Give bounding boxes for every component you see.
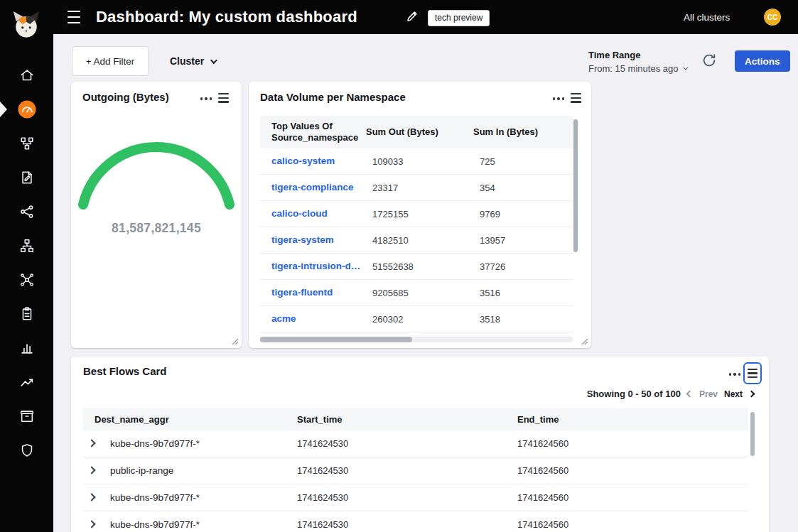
start-time: 1741624530 [297, 438, 348, 449]
expand-chevron-icon[interactable] [87, 439, 95, 447]
table-row: tigera-fluentd 9205685 3516 [260, 280, 573, 306]
gauge-arc [83, 147, 230, 205]
resize-handle-icon[interactable] [232, 338, 239, 345]
namespace-link[interactable]: tigera-compliance [271, 182, 354, 192]
table-row[interactable]: public-ip-range 1741624530 1741624560 [83, 457, 748, 484]
gauge-value: 81,587,821,145 [71, 221, 242, 236]
time-range-selector[interactable]: From: 15 minutes ago [588, 63, 686, 74]
card-title: Best Flows Card [83, 365, 167, 377]
sum-in-value: 37726 [480, 261, 505, 272]
dest-name: kube-dns-9b7d977f-* [110, 438, 200, 449]
compliance-icon [19, 306, 35, 322]
sidebar-item-policies[interactable] [0, 161, 53, 195]
sum-in-value: 13957 [480, 235, 505, 246]
home-icon [19, 67, 35, 83]
clusters-icon [19, 272, 35, 288]
tech-preview-badge: tech preview [428, 10, 490, 26]
start-time: 1741624530 [297, 465, 348, 476]
horizontal-scrollbar[interactable] [260, 337, 573, 342]
sum-in-value: 3518 [480, 314, 500, 325]
end-time: 1741624560 [517, 519, 568, 530]
sidebar-item-nodes[interactable] [0, 195, 53, 229]
table-row[interactable]: kube-dns-9b7d977f-* 1741624530 174162456… [83, 511, 748, 532]
menu-icon[interactable] [68, 11, 82, 23]
nodes-icon [19, 204, 35, 219]
refresh-button[interactable] [701, 53, 718, 70]
archive-icon [19, 408, 35, 424]
prev-button[interactable]: Prev [699, 389, 718, 399]
chevron-right-icon[interactable] [749, 391, 755, 397]
card-menu-icon[interactable] [729, 371, 740, 378]
calico-logo[interactable] [11, 9, 41, 44]
sum-in-value: 9769 [480, 209, 500, 219]
top-header: Dashboard: My custom dashboard tech prev… [53, 0, 798, 34]
column-header: Start_time [297, 408, 343, 430]
actions-button[interactable]: Actions [735, 50, 790, 72]
sidebar-item-logs[interactable] [0, 331, 53, 365]
sum-in-value: 725 [480, 156, 495, 167]
sidebar-item-compliance[interactable] [0, 297, 53, 331]
vertical-scrollbar[interactable] [750, 412, 755, 456]
dest-name: public-ip-range [110, 465, 173, 476]
sidebar-item-dashboards[interactable] [0, 92, 53, 126]
end-time: 1741624560 [517, 438, 568, 449]
scrollbar-thumb[interactable] [260, 337, 412, 342]
namespace-link[interactable]: calico-cloud [271, 208, 328, 219]
sidebar-item-clusters[interactable] [0, 263, 53, 297]
namespace-link[interactable]: acme [271, 313, 296, 324]
start-time: 1741624530 [297, 519, 348, 530]
shield-icon [19, 443, 35, 458]
app-window: Dashboard: My custom dashboard tech prev… [0, 0, 798, 532]
column-header: Sum In (Bytes) [473, 126, 538, 137]
table-header-row: Top Values Of Source_namespace Sum Out (… [260, 116, 573, 148]
resize-handle-icon[interactable] [581, 338, 588, 345]
table-row[interactable]: kube-dns-9b7d977f-* 1741624530 174162456… [83, 484, 748, 511]
namespace-link[interactable]: tigera-system [271, 234, 334, 245]
refresh-icon [701, 53, 717, 68]
sum-out-value: 260302 [372, 314, 403, 325]
column-header: Top Values Of Source_namespace [271, 121, 358, 144]
card-drag-handle-icon-focused[interactable] [743, 362, 762, 384]
end-time: 1741624560 [517, 492, 568, 503]
showing-count: Showing 0 - 50 of 100 [587, 389, 681, 399]
card-menu-icon[interactable] [553, 95, 564, 102]
sum-out-value: 1725155 [372, 209, 409, 219]
edit-dashboard-icon[interactable] [405, 10, 419, 24]
namespace-link[interactable]: tigera-fluentd [271, 287, 333, 298]
service-graph-icon [19, 136, 35, 151]
expand-chevron-icon[interactable] [87, 520, 95, 528]
table-header-row: Dest_name_aggr Start_time End_time [83, 408, 748, 430]
add-filter-button[interactable]: + Add Filter [72, 46, 149, 76]
sidebar-item-endpoints[interactable] [0, 229, 53, 263]
cluster-filter-label: Cluster [170, 55, 204, 67]
sidebar-item-service-graph[interactable] [0, 126, 53, 161]
sum-out-value: 51552638 [372, 261, 414, 272]
namespace-link[interactable]: calico-system [271, 156, 335, 166]
sidebar-item-security[interactable] [0, 433, 53, 467]
chevron-left-icon[interactable] [687, 391, 693, 397]
card-drag-handle-icon[interactable] [571, 93, 581, 103]
sidebar-item-alerts[interactable] [0, 365, 53, 399]
gauge-chart [71, 82, 242, 238]
dest-name: kube-dns-9b7d977f-* [110, 492, 200, 503]
time-range-block: Time Range From: 15 minutes ago [588, 50, 686, 74]
gauge-card: Outgoing (Bytes) 81,587,821,145 [71, 82, 242, 348]
namespace-link[interactable]: tigera-intrusion-d… [271, 261, 360, 271]
sidebar-nav [0, 58, 53, 467]
expand-chevron-icon[interactable] [87, 493, 95, 501]
sidebar-item-storage[interactable] [0, 399, 53, 433]
sidebar-item-home[interactable] [0, 58, 53, 92]
bar-chart-icon [19, 340, 35, 356]
avatar[interactable]: CC [764, 9, 781, 26]
column-header: Sum Out (Bytes) [366, 126, 438, 137]
expand-chevron-icon[interactable] [87, 466, 95, 474]
table-row: acme 260302 3518 [260, 306, 573, 332]
column-header: End_time [517, 408, 559, 430]
table-row[interactable]: kube-dns-9b7d977f-* 1741624530 174162456… [83, 430, 748, 457]
time-range-label: Time Range [588, 50, 686, 60]
pagination: Showing 0 - 50 of 100 Prev Next [587, 389, 755, 399]
cluster-scope-selector[interactable]: All clusters [684, 0, 730, 34]
vertical-scrollbar[interactable] [573, 119, 578, 252]
cluster-filter-dropdown[interactable]: Cluster [160, 46, 225, 76]
next-button[interactable]: Next [724, 389, 743, 399]
